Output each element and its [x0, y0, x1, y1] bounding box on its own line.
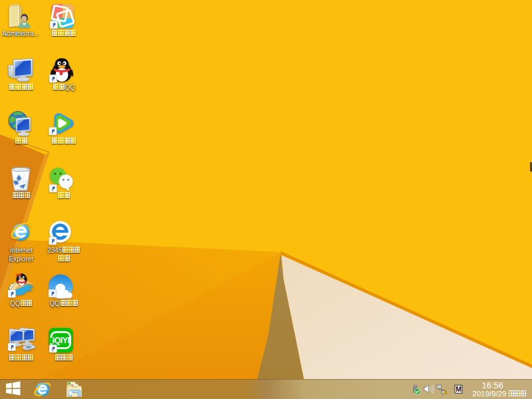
svg-text:M: M: [456, 385, 462, 393]
